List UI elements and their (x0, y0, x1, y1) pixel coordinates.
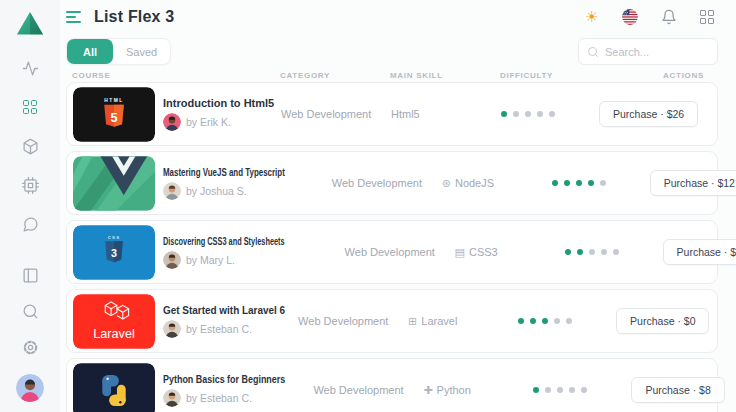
difficulty-dot (588, 180, 594, 186)
difficulty-dot (557, 387, 563, 393)
sidebar-item-integrations[interactable] (21, 176, 39, 194)
author-avatar (163, 113, 181, 131)
author-avatar (163, 389, 181, 407)
course-table-body: HTML 5 Introduction to Html5 by Erik K. … (66, 82, 718, 412)
difficulty-dot (530, 318, 536, 324)
css3-thumbnail: CSS 3 (73, 225, 155, 280)
header-actions: ☀ (585, 9, 718, 25)
difficulty-dot (542, 318, 548, 324)
course-row[interactable]: Laravel Get Started with Laravel 6 by Es… (66, 289, 718, 353)
page-header: List Flex 3 ☀ (66, 8, 718, 26)
column-main-skill: MAIN SKILL (390, 71, 498, 80)
sidebar-bottom (16, 266, 44, 402)
sidebar-item-activity[interactable] (21, 59, 39, 77)
difficulty-dot (581, 387, 587, 393)
course-author: by Joshua S. (186, 185, 247, 197)
difficulty-dot (576, 180, 582, 186)
difficulty-dot (501, 111, 507, 117)
dashboard-grid-icon (23, 100, 38, 115)
course-row[interactable]: Python Basics for Beginners by Esteban C… (66, 358, 718, 412)
user-avatar[interactable] (16, 374, 44, 402)
sidebar-item-dashboard[interactable] (21, 98, 39, 116)
difficulty-dot (577, 249, 583, 255)
difficulty-rating (501, 111, 599, 117)
course-title: Discovering CSS3 and Stylesheets (163, 235, 285, 247)
brand-logo[interactable] (15, 10, 45, 37)
difficulty-rating (552, 180, 650, 186)
sidebar-item-messages[interactable] (21, 215, 39, 233)
course-skill: Html5 (391, 108, 420, 120)
search-input[interactable] (605, 46, 709, 58)
difficulty-dot (569, 387, 575, 393)
course-row[interactable]: Mastering VueJS and Typescript by Joshua… (66, 151, 718, 215)
course-skill: NodeJS (455, 177, 494, 189)
laravel-icon: ⊞ (408, 316, 417, 327)
difficulty-dot (545, 387, 551, 393)
difficulty-dot (554, 318, 560, 324)
column-actions: ACTIONS (663, 71, 718, 80)
page-title: List Flex 3 (94, 8, 174, 26)
menu-toggle-icon[interactable] (66, 11, 81, 24)
svg-text:HTML: HTML (104, 97, 123, 102)
search-icon (587, 46, 599, 58)
tab-all[interactable]: All (67, 39, 113, 64)
course-row[interactable]: CSS 3 Discovering CSS3 and Stylesheets b… (66, 220, 718, 284)
purchase-button[interactable]: Purchase · $8 (631, 377, 724, 403)
course-author: by Esteban C. (186, 323, 252, 335)
column-difficulty: DIFFICULTY (498, 71, 598, 80)
course-category: Web Development (298, 315, 408, 327)
svg-text:5: 5 (110, 110, 117, 124)
course-title: Mastering VueJS and Typescript (163, 166, 285, 178)
sidebar-item-settings[interactable] (21, 338, 39, 356)
difficulty-dot (518, 318, 524, 324)
sidebar-item-panels[interactable] (21, 266, 39, 284)
main-content: List Flex 3 ☀ (60, 0, 736, 412)
purchase-button[interactable]: Purchase · $16 (663, 239, 736, 265)
python-icon: ✚ (423, 385, 432, 396)
difficulty-dot (601, 249, 607, 255)
difficulty-rating (518, 318, 616, 324)
author-avatar (163, 320, 181, 338)
difficulty-dot (513, 111, 519, 117)
nodejs-icon: ⊛ (442, 178, 451, 189)
course-title: Get Started with Laravel 6 (163, 304, 285, 316)
difficulty-rating (533, 387, 631, 393)
svg-text:3: 3 (111, 246, 117, 258)
purchase-button[interactable]: Purchase · $0 (616, 308, 709, 334)
course-category: Web Development (332, 177, 442, 189)
sidebar-nav (21, 59, 39, 233)
language-flag-icon[interactable] (622, 9, 638, 25)
course-row[interactable]: HTML 5 Introduction to Html5 by Erik K. … (66, 82, 718, 146)
sidebar-item-packages[interactable] (21, 137, 39, 155)
svg-text:Laravel: Laravel (93, 327, 135, 341)
difficulty-dot (533, 387, 539, 393)
course-author: by Esteban C. (186, 392, 252, 404)
notifications-bell-icon[interactable] (661, 9, 677, 25)
sidebar-item-search[interactable] (21, 302, 39, 320)
course-title: Introduction to Html5 (163, 97, 274, 109)
apps-grid-icon[interactable] (700, 10, 715, 25)
course-author: by Erik K. (186, 116, 231, 128)
difficulty-rating (565, 249, 663, 255)
css3-icon: ▤ (455, 247, 465, 258)
search-box (578, 38, 718, 65)
vuejs-thumbnail (73, 156, 155, 211)
theme-sun-icon[interactable]: ☀ (585, 10, 598, 25)
author-avatar (163, 182, 181, 200)
purchase-button[interactable]: Purchase · $26 (599, 101, 698, 127)
difficulty-dot (525, 111, 531, 117)
tab-saved[interactable]: Saved (113, 39, 170, 64)
course-title: Python Basics for Beginners (163, 373, 285, 385)
course-category: Web Development (345, 246, 455, 258)
sidebar (0, 0, 60, 412)
difficulty-dot (589, 249, 595, 255)
toolbar: All Saved (66, 38, 718, 65)
course-category: Web Development (313, 384, 423, 396)
course-category: Web Development (281, 108, 391, 120)
html5-thumbnail: HTML 5 (73, 87, 155, 142)
purchase-button[interactable]: Purchase · $12 (650, 170, 736, 196)
difficulty-dot (549, 111, 555, 117)
difficulty-dot (565, 249, 571, 255)
column-course: COURSE (70, 71, 280, 80)
svg-text:CSS: CSS (108, 234, 121, 239)
